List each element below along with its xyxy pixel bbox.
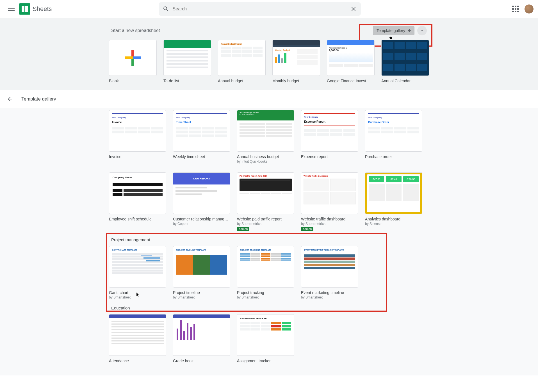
template-sub: by Smartsheet <box>237 295 294 299</box>
template-title: Assignment tracker <box>237 359 294 363</box>
template-shift-schedule[interactable]: Company Name Employee shift schedule <box>109 172 166 231</box>
template-title: Event marketing timeline <box>301 290 358 295</box>
addon-badge: Add-on <box>237 227 249 231</box>
template-sub: by Sisense <box>365 222 422 226</box>
template-row: Company Name Employee shift schedule CRM… <box>109 172 429 232</box>
template-assignment-tracker[interactable]: ASSIGNMENT TRACKER Assignment tracker <box>237 314 294 363</box>
category-title-edu: Education <box>109 300 429 314</box>
template-traffic-dashboard[interactable]: Website Traffic Dashboard Website traffi… <box>301 172 358 231</box>
thumb-text: Your Company <box>368 117 419 118</box>
search-icon <box>163 6 169 12</box>
top-right <box>510 3 534 15</box>
search-wrap <box>159 2 361 16</box>
template-project-timeline[interactable]: PROJECT TIMELINE TEMPLATE Project timeli… <box>173 246 230 299</box>
thumb-text: Your Company <box>112 117 163 118</box>
template-annual-business-budget[interactable]: Annual budget trackerby Intuit quickbook… <box>237 110 294 163</box>
account-avatar[interactable] <box>525 4 534 13</box>
template-title: Employee shift schedule <box>109 217 166 221</box>
template-invoice[interactable]: Your CompanyInvoice Invoice <box>109 110 166 163</box>
template-title: Annual business budget <box>237 154 294 159</box>
main-menu-button[interactable] <box>4 2 18 16</box>
template-title: Website traffic dashboard <box>301 217 358 221</box>
template-paid-traffic[interactable]: Paid Traffic Report June 2017 Website pa… <box>237 172 294 231</box>
template-gradebook[interactable]: Grade book <box>173 314 230 363</box>
addon-badge: Add-on <box>301 227 313 231</box>
thumb-text: EVENT MARKETING TIMELINE TEMPLATE <box>304 249 355 251</box>
arrow-back-icon <box>7 96 13 102</box>
template-title: Weekly time sheet <box>173 154 230 159</box>
template-expense-report[interactable]: Your CompanyExpense Report Expense repor… <box>301 110 358 163</box>
template-weekly-timesheet[interactable]: Your CompanyTime Sheet Weekly time sheet <box>173 110 230 163</box>
template-event-marketing[interactable]: EVENT MARKETING TIMELINE TEMPLATE Event … <box>301 246 358 299</box>
thumb-text: GANTT CHART TEMPLATE <box>112 249 163 251</box>
thumb-text: Your Company <box>176 117 227 118</box>
template-todo[interactable]: To-do list <box>163 40 211 83</box>
thumb-text: Website Traffic Dashboard <box>304 175 356 177</box>
thumb-text: Annual budget tracker <box>221 43 263 45</box>
thumb-text: Monthly Budget <box>275 49 295 51</box>
top-bar: Sheets <box>0 0 538 18</box>
template-annual-budget[interactable]: Annual budget tracker Annual budget <box>218 40 266 83</box>
thumb-text: CRM REPORT <box>173 173 230 184</box>
template-title: Customer relationship management <box>173 217 230 221</box>
template-title: Annual budget <box>218 79 266 83</box>
search-bar[interactable] <box>159 2 361 16</box>
start-title: Start a new spreadsheet <box>111 28 160 33</box>
logo-area[interactable]: Sheets <box>19 3 52 15</box>
more-options-button[interactable] <box>417 26 427 35</box>
template-project-tracking[interactable]: PROJECT TRACKING TEMPLATE Project tracki… <box>237 246 294 299</box>
template-crm[interactable]: CRM REPORT Customer relationship managem… <box>173 172 230 231</box>
template-analytics-dashboard[interactable]: 347.0609:460:20:38 Analytics dashboard b… <box>365 172 422 231</box>
template-gallery-button[interactable]: Template gallery <box>373 26 414 35</box>
thumb-text: PROJECT TIMELINE TEMPLATE <box>176 249 227 251</box>
template-title: Attendance <box>109 359 166 363</box>
template-title: Website paid traffic report <box>237 217 294 221</box>
template-attendance[interactable]: Attendance <box>109 314 166 363</box>
template-title: Gantt chart <box>109 290 166 295</box>
template-title: Project timeline <box>173 290 230 295</box>
template-sub: by Copper <box>173 222 230 226</box>
gallery-header: Template gallery <box>0 90 538 108</box>
apps-grid-icon <box>512 6 519 12</box>
search-input[interactable] <box>169 6 350 12</box>
thumb-text: 2,863.00 <box>329 49 373 52</box>
thumb-text: Annual budget tracker <box>240 111 292 113</box>
template-blank[interactable]: Blank <box>109 40 157 83</box>
template-annual-calendar[interactable]: Annual Calendar <box>381 40 429 83</box>
app-name: Sheets <box>33 5 52 13</box>
thumb-text: Invoice <box>112 121 163 124</box>
template-title: Blank <box>109 79 157 83</box>
template-title: Google Finance Invest… <box>327 79 375 83</box>
template-title: Analytics dashboard <box>365 217 422 221</box>
thumb-text: Expense Report <box>304 120 355 123</box>
template-row-pm: GANTT CHART TEMPLATE Gantt chart by Smar… <box>109 246 429 300</box>
template-google-finance[interactable]: Alphabet Inc Class C2,863.00 Google Fina… <box>327 40 375 83</box>
template-sub: by Smartsheet <box>173 295 230 299</box>
thumb-text: PROJECT TRACKING TEMPLATE <box>240 249 291 251</box>
template-gallery-label: Template gallery <box>377 28 405 33</box>
template-title: Grade book <box>173 359 230 363</box>
template-title: Annual Calendar <box>381 79 429 83</box>
template-purchase-order[interactable]: Your CompanyPurchase Order Purchase orde… <box>365 110 422 163</box>
template-sub: by Smartsheet <box>301 295 358 299</box>
category-title-pm: Project management <box>109 232 429 246</box>
google-apps-button[interactable] <box>510 3 521 15</box>
start-header: Start a new spreadsheet Template gallery <box>109 22 429 40</box>
thumb-text: Your Company <box>304 116 355 118</box>
template-title: Monthly budget <box>272 79 320 83</box>
thumb-text: Alphabet Inc Class C <box>329 47 373 49</box>
template-title: Invoice <box>109 154 166 159</box>
back-button[interactable] <box>4 94 16 105</box>
template-title: Purchase order <box>365 154 422 159</box>
template-title: Expense report <box>301 154 358 159</box>
template-sub: by Supermetrics <box>237 222 294 226</box>
thumb-text: Paid Traffic Report June 2017 <box>240 175 292 177</box>
thumb-text: ASSIGNMENT TRACKER <box>240 317 291 320</box>
start-new-section: Start a new spreadsheet Template gallery <box>0 18 538 90</box>
template-monthly-budget[interactable]: Monthly Budget Monthly budget <box>272 40 320 83</box>
template-gantt[interactable]: GANTT CHART TEMPLATE Gantt chart by Smar… <box>109 246 166 299</box>
template-sub: by Smartsheet <box>109 295 166 299</box>
clear-search-icon[interactable] <box>350 6 357 12</box>
thumb-text: Company Name <box>113 176 163 179</box>
hamburger-icon <box>8 6 15 12</box>
